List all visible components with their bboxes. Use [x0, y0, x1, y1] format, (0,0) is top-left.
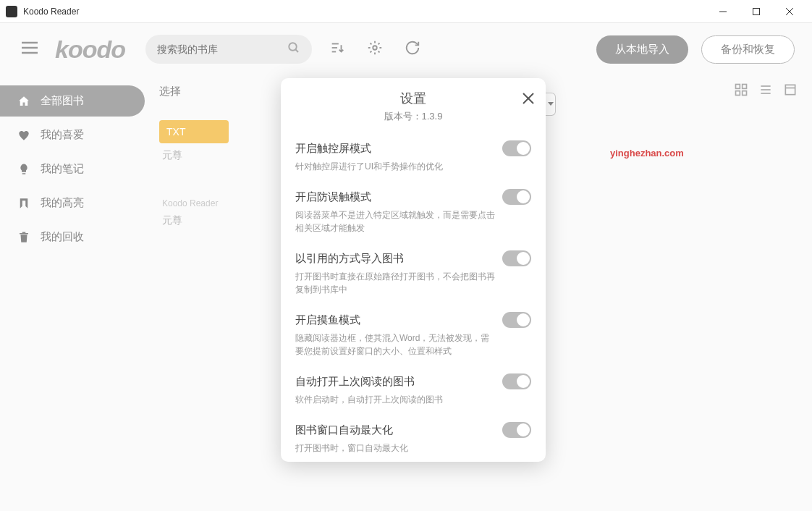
- sidebar-item-label: 我的高亮: [41, 196, 84, 210]
- sidebar-item-label: 全部图书: [41, 94, 84, 108]
- sidebar-item-trash[interactable]: 我的回收: [0, 221, 145, 253]
- import-button[interactable]: 从本地导入: [596, 35, 688, 64]
- sort-dropdown[interactable]: [546, 93, 556, 116]
- svg-rect-20: [785, 85, 795, 94]
- setting-title: 开启触控屏模式: [295, 142, 371, 156]
- select-label[interactable]: 选择: [159, 85, 181, 98]
- minimize-button[interactable]: [706, 0, 740, 23]
- dialog-title: 设置: [295, 90, 531, 107]
- search-box[interactable]: [145, 35, 312, 64]
- book-card[interactable]: TXT 元尊 Koodo Reader 元尊: [159, 114, 268, 233]
- setting-desc: 针对触控屏进行了UI和手势操作的优化: [295, 160, 531, 173]
- bulb-icon: [17, 163, 30, 176]
- setting-toggle[interactable]: [502, 189, 531, 205]
- sidebar-item-label: 我的回收: [41, 230, 84, 244]
- setting-desc: 打开图书时直接在原始路径打开图书，不会把图书再复制到书库中: [295, 270, 531, 296]
- setting-title: 图书窗口自动最大化: [295, 423, 393, 437]
- svg-rect-16: [743, 91, 747, 96]
- setting-desc: 打开图书时，窗口自动最大化: [295, 442, 531, 455]
- setting-item: 开启防误触模式 阅读器菜单不是进入特定区域就触发，而是需要点击相关区域才能触发: [295, 182, 531, 243]
- setting-desc: 阅读器菜单不是进入特定区域就触发，而是需要点击相关区域才能触发: [295, 208, 531, 235]
- close-button[interactable]: [773, 0, 806, 23]
- book-title: 元尊: [159, 149, 268, 162]
- svg-rect-14: [743, 85, 747, 89]
- settings-dialog: 设置 版本号：1.3.9 开启触控屏模式 针对触控屏进行了UI和手势操作的优化 …: [281, 78, 546, 462]
- close-icon[interactable]: [523, 93, 534, 107]
- settings-icon[interactable]: [363, 35, 387, 63]
- setting-item: 自动打开上次阅读的图书 软件启动时，自动打开上次阅读的图书: [295, 366, 531, 415]
- setting-toggle[interactable]: [502, 373, 531, 389]
- setting-title: 自动打开上次阅读的图书: [295, 375, 415, 389]
- setting-toggle[interactable]: [502, 312, 531, 328]
- book-format-badge: TXT: [159, 120, 229, 143]
- sidebar-item-bookmark[interactable]: 我的高亮: [0, 187, 145, 219]
- book-author: 元尊: [159, 214, 268, 227]
- setting-toggle[interactable]: [502, 422, 531, 438]
- svg-line-8: [295, 49, 298, 52]
- svg-point-7: [289, 43, 297, 51]
- sync-icon[interactable]: [400, 35, 425, 63]
- sidebar: 全部图书我的喜爱我的笔记我的高亮我的回收: [0, 75, 145, 511]
- sidebar-item-label: 我的喜爱: [41, 128, 84, 142]
- setting-desc: 隐藏阅读器边框，使其混入Word，无法被发现，需要您提前设置好窗口的大小、位置和…: [295, 331, 531, 358]
- grid-view-icon[interactable]: [734, 83, 748, 100]
- window-title: Koodo Reader: [23, 7, 706, 17]
- search-input[interactable]: [157, 43, 287, 55]
- svg-rect-1: [753, 8, 760, 14]
- dialog-body[interactable]: 开启触控屏模式 针对触控屏进行了UI和手势操作的优化 开启防误触模式 阅读器菜单…: [281, 129, 546, 462]
- search-icon[interactable]: [287, 41, 300, 57]
- trash-icon: [17, 231, 30, 244]
- setting-title: 开启防误触模式: [295, 190, 371, 204]
- logo: koodo: [55, 35, 125, 64]
- backup-button[interactable]: 备份和恢复: [701, 35, 795, 64]
- setting-toggle[interactable]: [502, 250, 531, 266]
- list-view-icon[interactable]: [758, 83, 773, 100]
- maximize-button[interactable]: [740, 0, 773, 23]
- setting-item: 以引用的方式导入图书 打开图书时直接在原始路径打开图书，不会把图书再复制到书库中: [295, 243, 531, 305]
- sidebar-item-bulb[interactable]: 我的笔记: [0, 153, 145, 185]
- svg-point-12: [373, 46, 377, 50]
- setting-title: 开启摸鱼模式: [295, 313, 360, 327]
- sort-icon[interactable]: [325, 35, 350, 63]
- app-icon: [6, 6, 17, 17]
- cover-view-icon[interactable]: [783, 83, 798, 100]
- setting-toggle[interactable]: [502, 140, 531, 156]
- heart-icon: [17, 129, 30, 142]
- sidebar-item-label: 我的笔记: [41, 162, 84, 176]
- sidebar-item-heart[interactable]: 我的喜爱: [0, 119, 145, 151]
- svg-rect-15: [736, 91, 740, 96]
- setting-item: 图书窗口自动最大化 打开图书时，窗口自动最大化: [295, 415, 531, 462]
- home-icon: [17, 95, 30, 108]
- setting-desc: 软件启动时，自动打开上次阅读的图书: [295, 393, 531, 406]
- setting-item: 开启触控屏模式 针对触控屏进行了UI和手势操作的优化: [295, 133, 531, 182]
- book-meta: Koodo Reader: [159, 198, 268, 208]
- setting-title: 以引用的方式导入图书: [295, 252, 404, 266]
- setting-item: 开启摸鱼模式 隐藏阅读器边框，使其混入Word，无法被发现，需要您提前设置好窗口…: [295, 305, 531, 366]
- menu-icon[interactable]: [17, 37, 42, 62]
- svg-rect-13: [736, 85, 740, 89]
- bookmark-icon: [17, 197, 30, 210]
- dialog-version: 版本号：1.3.9: [295, 110, 531, 123]
- sidebar-item-home[interactable]: 全部图书: [0, 85, 145, 117]
